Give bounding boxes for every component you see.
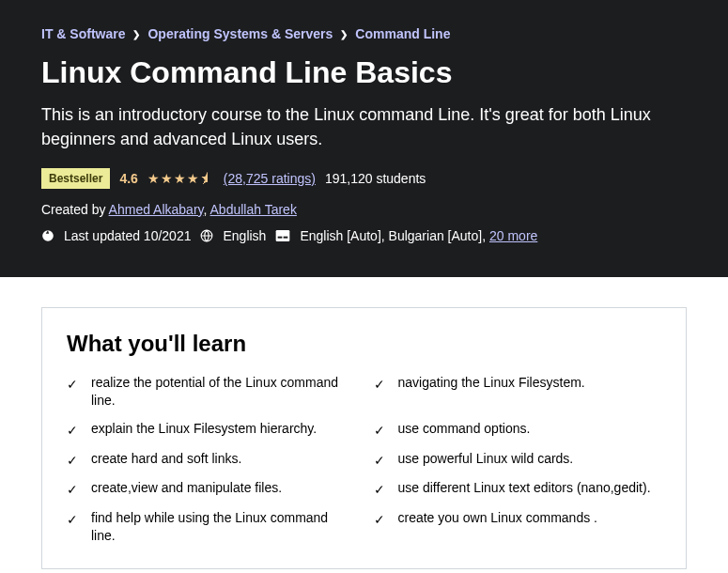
course-title: Linux Command Line Basics bbox=[41, 54, 687, 90]
check-icon: ✓ bbox=[67, 422, 78, 441]
breadcrumb: IT & Software ❯ Operating Systems & Serv… bbox=[41, 26, 687, 41]
svg-rect-2 bbox=[276, 230, 290, 241]
rating-row: Bestseller 4.6 ★★★★⯨ (28,725 ratings) 19… bbox=[41, 168, 687, 189]
svg-rect-4 bbox=[284, 236, 288, 238]
learn-item: ✓use powerful Linux wild cards. bbox=[374, 450, 662, 471]
ratings-link[interactable]: (28,725 ratings) bbox=[224, 171, 316, 186]
update-icon bbox=[41, 229, 54, 242]
learn-text: use command options. bbox=[398, 420, 531, 439]
learn-text: find help while using the Linux command … bbox=[91, 509, 355, 546]
author-link[interactable]: Abdullah Tarek bbox=[210, 202, 297, 217]
captions-icon bbox=[275, 229, 290, 242]
globe-icon bbox=[200, 229, 213, 242]
course-subtitle: This is an introductory course to the Li… bbox=[41, 103, 687, 150]
learn-text: create you own Linux commands . bbox=[398, 509, 597, 528]
bestseller-badge: Bestseller bbox=[41, 168, 110, 189]
check-icon: ✓ bbox=[374, 452, 385, 471]
check-icon: ✓ bbox=[374, 422, 385, 441]
breadcrumb-link[interactable]: Operating Systems & Servers bbox=[147, 26, 333, 41]
learn-item: ✓use different Linux text editors (nano,… bbox=[374, 479, 662, 500]
created-by-label: Created by bbox=[41, 202, 109, 217]
created-by: Created by Ahmed Alkabary, Abdullah Tare… bbox=[41, 202, 687, 217]
learn-item: ✓realize the potential of the Linux comm… bbox=[67, 374, 355, 410]
learn-item: ✓explain the Linux Filesystem hierarchy. bbox=[67, 420, 355, 441]
learn-text: explain the Linux Filesystem hierarchy. bbox=[91, 420, 317, 439]
check-icon: ✓ bbox=[374, 511, 385, 530]
learn-item: ✓navigating the Linux Filesystem. bbox=[374, 374, 662, 410]
captions-more-link[interactable]: 20 more bbox=[489, 228, 537, 243]
learn-item: ✓create hard and soft links. bbox=[67, 450, 355, 471]
check-icon: ✓ bbox=[67, 481, 78, 500]
last-updated: Last updated 10/2021 bbox=[64, 228, 191, 243]
chevron-right-icon: ❯ bbox=[340, 29, 348, 39]
learn-text: use powerful Linux wild cards. bbox=[398, 450, 574, 469]
learn-text: realize the potential of the Linux comma… bbox=[91, 374, 355, 410]
star-icons: ★★★★⯨ bbox=[147, 171, 214, 186]
check-icon: ✓ bbox=[374, 481, 385, 500]
course-header: IT & Software ❯ Operating Systems & Serv… bbox=[0, 0, 728, 277]
svg-rect-3 bbox=[278, 236, 283, 238]
chevron-right-icon: ❯ bbox=[132, 29, 140, 39]
learn-text: use different Linux text editors (nano,g… bbox=[398, 479, 651, 498]
captions-text: English [Auto], Bulgarian [Auto], 20 mor… bbox=[300, 228, 537, 243]
rating-value: 4.6 bbox=[119, 171, 137, 186]
breadcrumb-link[interactable]: IT & Software bbox=[41, 26, 125, 41]
learn-text: create,view and manipulate files. bbox=[91, 479, 282, 498]
learn-title: What you'll learn bbox=[67, 331, 661, 357]
learn-item: ✓create,view and manipulate files. bbox=[67, 479, 355, 500]
check-icon: ✓ bbox=[67, 452, 78, 471]
learn-item: ✓use command options. bbox=[374, 420, 662, 441]
learn-text: create hard and soft links. bbox=[91, 450, 241, 469]
check-icon: ✓ bbox=[67, 511, 78, 530]
language: English bbox=[223, 228, 266, 243]
learn-grid: ✓realize the potential of the Linux comm… bbox=[67, 374, 661, 546]
learn-item: ✓create you own Linux commands . bbox=[374, 509, 662, 546]
breadcrumb-link[interactable]: Command Line bbox=[355, 26, 450, 41]
what-youll-learn: What you'll learn ✓realize the potential… bbox=[41, 307, 687, 569]
learn-item: ✓find help while using the Linux command… bbox=[67, 509, 355, 546]
author-link[interactable]: Ahmed Alkabary bbox=[109, 202, 204, 217]
learn-text: navigating the Linux Filesystem. bbox=[398, 374, 585, 393]
info-row: Last updated 10/2021 English English [Au… bbox=[41, 228, 687, 243]
check-icon: ✓ bbox=[67, 376, 78, 395]
students-count: 191,120 students bbox=[325, 171, 426, 186]
check-icon: ✓ bbox=[374, 376, 385, 395]
